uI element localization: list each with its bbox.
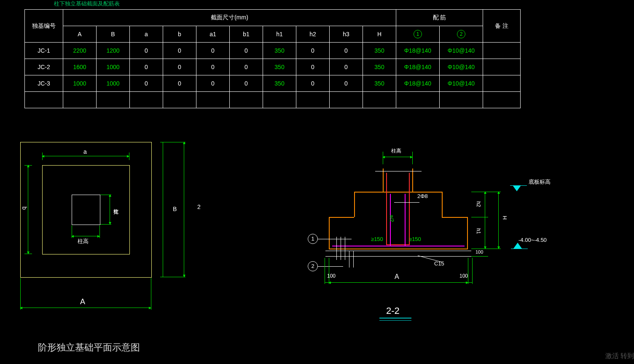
table-title: 柱下独立基础截面及配筋表 — [54, 0, 120, 8]
bedding-label: C15 — [434, 260, 444, 267]
dim-h2-label: h2 — [476, 201, 481, 207]
rebar-col-1: 1 — [396, 26, 440, 43]
dim-B-label: B — [173, 206, 177, 212]
cad-canvas: 柱下独立基础截面及配筋表 独基编号 截面尺寸(mm) 配 筋 备 注 A B a… — [0, 0, 634, 364]
table-row: JC-2 16001000000035000350 Φ18@140Φ10@140 — [25, 59, 521, 75]
table-row: JC-1 22001200000035000350 Φ18@140Φ10@140 — [25, 43, 521, 59]
rebar-tag-1: 1 — [308, 234, 318, 244]
elevation-marker-icon — [513, 185, 521, 191]
dim-b — [28, 165, 28, 254]
rebar-callout: 2Φ8 — [417, 193, 428, 199]
base-bottom — [329, 249, 468, 249]
dim-150-right: ≥150 — [409, 236, 421, 242]
dim-B — [184, 142, 184, 277]
plan-title: 阶形独立基础平面示意图 — [38, 341, 140, 354]
section-title-underline — [379, 318, 411, 318]
foundation-spec-table: 独基编号 截面尺寸(mm) 配 筋 备 注 A B a b a1 b1 h1 h… — [24, 9, 521, 108]
activation-watermark: 激活 转到 — [605, 352, 634, 361]
section-cut-label: 2 — [197, 203, 201, 210]
circled-2-icon: 2 — [457, 30, 465, 38]
dim-a-half: a/2 — [389, 215, 395, 222]
table-row: JC-3 10001000000035000350 Φ18@140Φ10@140 — [25, 75, 521, 92]
dim-zhukuan-v — [110, 195, 110, 224]
rebar-col-2: 2 — [440, 26, 483, 43]
dim-100-left: 100 — [327, 273, 336, 279]
dim-100-right: 100 — [459, 273, 468, 279]
dim-A-label: A — [80, 297, 85, 306]
col-id: 独基编号 — [25, 10, 63, 43]
dim-sec-A — [329, 282, 468, 283]
col-rebar-group: 配 筋 — [396, 10, 483, 26]
break-line — [375, 171, 422, 171]
plan-column-rect — [72, 195, 100, 225]
elevation-marker-icon — [513, 243, 522, 249]
dim-a-label: a — [83, 148, 87, 155]
circled-1-icon: 1 — [414, 30, 422, 38]
dim-A — [20, 308, 151, 308]
dim-sec-A-label: A — [395, 273, 399, 281]
elev-top-label: 底板标高 — [529, 178, 551, 186]
dim-100-bed: 100 — [476, 249, 483, 254]
dim-H-outer — [498, 192, 499, 249]
dim-col-width-label: 柱高 — [391, 147, 401, 155]
rebar-vert — [386, 173, 387, 244]
dim-b-label: b — [21, 206, 28, 210]
dim-zhugao-h — [72, 236, 99, 236]
dim-H-label: H — [502, 216, 508, 219]
col-note: 备 注 — [483, 10, 521, 43]
table-header-row-1: 独基编号 截面尺寸(mm) 配 筋 备 注 — [25, 10, 521, 26]
dim-a — [42, 156, 129, 156]
elev-bottom-label: -4.00~-4.50 — [518, 237, 547, 243]
col-section-group: 截面尺寸(mm) — [63, 10, 396, 26]
section-title: 2-2 — [386, 305, 400, 316]
rebar-mesh-bottom — [332, 246, 465, 246]
dim-zhugao-label: 柱高 — [78, 238, 89, 245]
rebar-tag-2: 2 — [308, 261, 318, 271]
table-row-empty — [25, 92, 521, 108]
table-header-row-2: A B a b a1 b1 h1 h2 h3 H 1 2 — [25, 26, 521, 43]
dim-150-left: ≥150 — [371, 236, 383, 242]
dim-h1-label: h1 — [476, 228, 481, 234]
dim-col-width — [383, 157, 412, 157]
dim-H-inner — [485, 192, 485, 249]
